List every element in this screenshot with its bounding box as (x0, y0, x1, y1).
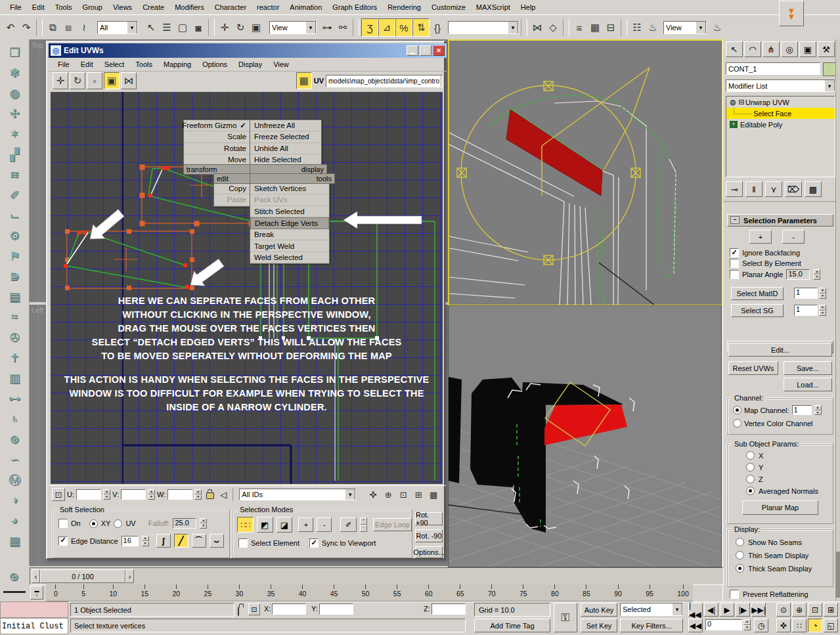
absolute-offset-toggle[interactable]: ⊡ (248, 603, 260, 615)
make-unique-icon[interactable]: ⋎ (765, 181, 782, 197)
zoom-region-icon[interactable]: ⊡ (397, 488, 410, 501)
particles-icon[interactable]: ✣ (3, 103, 26, 123)
tab-display[interactable]: ▣ (799, 41, 816, 57)
save-button[interactable]: Save... (784, 361, 832, 375)
next-key-arrow[interactable]: › (125, 569, 134, 583)
rotate-icon[interactable]: ↻ (232, 19, 248, 36)
w-input[interactable] (168, 490, 192, 498)
star-shape-icon[interactable]: ✶ (3, 123, 26, 144)
primitives-icon[interactable]: ❒ (3, 42, 26, 62)
show-no-seams-radio[interactable] (736, 538, 744, 546)
quad-menu-item[interactable]: Pack UVs (250, 194, 329, 206)
go-end-icon[interactable]: ▶▶| (751, 603, 766, 617)
fish-icon[interactable]: ⋑ (3, 266, 26, 286)
quad-menu-item[interactable]: Freeform Gizmo (184, 120, 250, 131)
uv-scale-icon[interactable]: ▫ (87, 72, 102, 89)
close-button[interactable]: ✕ (433, 45, 445, 56)
z-coord-input[interactable] (432, 604, 465, 612)
load-button[interactable]: Load... (784, 378, 832, 391)
uv-rotate-icon[interactable]: ↻ (70, 72, 85, 89)
uvw-menu-item[interactable]: File (53, 59, 75, 70)
paint-select-icon[interactable]: ✐ (340, 517, 357, 532)
all-ids-dropdown[interactable]: All IDs (239, 489, 356, 500)
menu-item[interactable]: File (5, 2, 26, 12)
zoom-icon[interactable]: ⊙ (776, 603, 791, 617)
quad-menu-item[interactable]: Freeze Selected (250, 131, 321, 142)
w-spinner[interactable]: ▲▼ (194, 489, 202, 500)
menu-item[interactable]: reactor (252, 2, 284, 12)
y-radio[interactable] (746, 463, 755, 471)
grow-selection-button[interactable]: + (749, 230, 772, 244)
curve-editor-icon[interactable]: ▦ (587, 19, 603, 36)
menu-item[interactable]: Customize (427, 2, 470, 12)
quad-menu-item[interactable]: Scale (184, 131, 250, 142)
quad-menu-item[interactable]: Unfreeze All (250, 120, 321, 131)
map-channel-spinner[interactable]: ▲▼ (814, 405, 822, 415)
tab-motion[interactable]: ◎ (781, 41, 798, 57)
set-key-button[interactable]: Set Key (581, 619, 617, 632)
edge-distance-checkbox[interactable] (58, 536, 68, 546)
maximize-button[interactable]: □ (420, 45, 431, 56)
uvw-menu-item[interactable]: Edit (76, 59, 99, 70)
pan-icon[interactable]: ✜ (776, 619, 791, 632)
menu-item[interactable]: MAXScript (472, 2, 515, 12)
map-channel-radio[interactable] (733, 406, 741, 414)
spinner-snap-icon[interactable]: ⇅ (412, 18, 430, 37)
bind-spacewarp-icon[interactable]: ≀ (76, 19, 92, 36)
key-mode-toggle-icon[interactable]: ◀◀ (688, 619, 703, 632)
next-frame-icon[interactable]: |▶ (736, 603, 750, 617)
x-coord-input[interactable] (273, 604, 305, 612)
material-editor-icon[interactable]: ☷ (629, 19, 645, 36)
options-button[interactable]: Options... (415, 546, 443, 558)
menu-item[interactable]: Character (210, 2, 251, 12)
quad-menu-item[interactable]: Break (250, 229, 329, 240)
modifier-list-dropdown[interactable]: Modifier List (726, 79, 835, 92)
gear-icon[interactable]: ⚙ (3, 225, 26, 246)
falloff-curve-linear-icon[interactable]: ╱ (174, 534, 188, 548)
ignore-backfacing-checkbox[interactable] (730, 248, 739, 257)
select-by-name-icon[interactable]: ☰ (159, 19, 175, 36)
viewport-perspective-shaded[interactable] (448, 305, 722, 567)
panel-icon[interactable]: ▦ (3, 531, 26, 551)
configure-modifier-sets-icon[interactable]: ▩ (805, 181, 822, 197)
zoom-extents-icon[interactable]: ⊞ (412, 488, 425, 501)
uvw-menu-item[interactable]: View (268, 59, 294, 70)
selection-lock-icon[interactable] (238, 607, 239, 616)
listener-macro-row[interactable] (0, 602, 68, 618)
select-matid-button[interactable]: Select MatID (731, 287, 784, 300)
rotate-plus-90-button[interactable]: Rot. +90 (415, 512, 443, 525)
shirt-m-icon[interactable]: Ⓜ (3, 470, 26, 490)
time-slider-thumb[interactable]: 0 / 100 (40, 569, 125, 583)
minimize-button[interactable]: ▁ (407, 45, 418, 56)
object-color-swatch[interactable] (823, 62, 837, 76)
tab-create[interactable]: ↖ (726, 41, 743, 57)
selection-parameters-rollout[interactable]: − Selection Parameters (727, 214, 833, 227)
absolute-typein-icon[interactable]: ⊡ (52, 488, 65, 501)
redo-icon[interactable]: ↷ (18, 19, 34, 36)
render-view-dropdown[interactable]: View (663, 21, 707, 34)
layers-icon[interactable]: ≡ (571, 19, 587, 36)
snap-3d-icon[interactable]: Ʒ (361, 18, 378, 37)
matid-spinner[interactable]: ▲▼ (819, 288, 826, 299)
named-selection-dropdown[interactable] (448, 21, 519, 34)
shapes-icon[interactable]: ✾ (3, 62, 26, 83)
track-bar-ruler[interactable]: 0510152025303540455055606570758085909510… (46, 584, 693, 602)
uvw-menu-item[interactable]: Select (99, 59, 130, 70)
waves-icon[interactable]: ≈ (3, 307, 26, 327)
quad-menu-item[interactable]: Paste (214, 194, 250, 206)
set-keys-button[interactable]: ⚿ (554, 603, 577, 632)
vertex-mode-button[interactable]: ∷∷ (237, 517, 254, 533)
freeform-gizmo-icon[interactable]: ▣ (104, 72, 120, 89)
edge-distance-input[interactable] (122, 536, 138, 544)
schematic-view-icon[interactable]: ⊟ (603, 19, 619, 36)
uvw-menu-item[interactable]: Mapping (158, 59, 196, 70)
go-start-icon[interactable]: |◀◀ (688, 603, 703, 617)
select-element-checkbox[interactable] (238, 538, 248, 548)
quad-menu-item[interactable]: Sketch Vertices (250, 183, 329, 194)
key-filter-dropdown[interactable]: Selected (620, 603, 683, 616)
lock-selection-icon[interactable] (206, 493, 214, 499)
ik-toggle-icon[interactable]: ⚯ (335, 19, 351, 36)
arc-rotate-icon[interactable]: ◔ (808, 619, 822, 632)
ball-m-icon[interactable]: ◑ (3, 490, 26, 510)
render-setup-icon[interactable]: ♨ (645, 19, 661, 36)
